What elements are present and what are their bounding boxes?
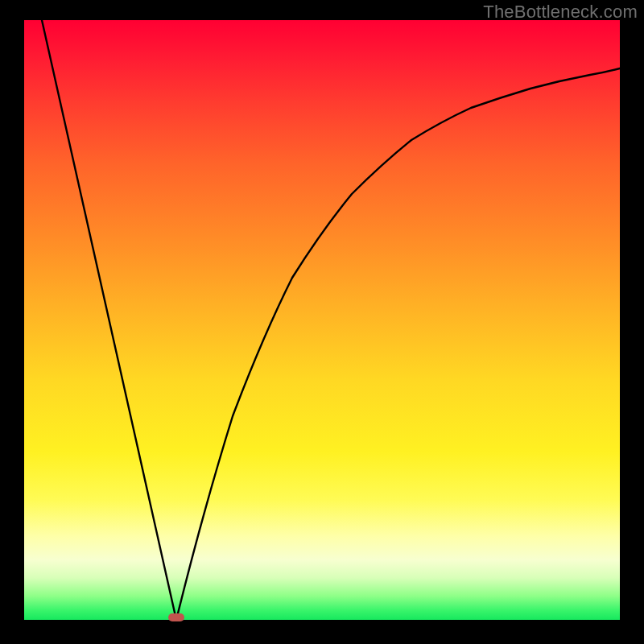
chart-frame: TheBottleneck.com [0,0,644,644]
curve-right-segment [176,68,620,620]
watermark-text: TheBottleneck.com [483,2,638,23]
valley-marker [168,613,184,621]
bottleneck-curve [24,20,620,620]
curve-left-segment [42,20,176,620]
plot-area [24,20,620,620]
